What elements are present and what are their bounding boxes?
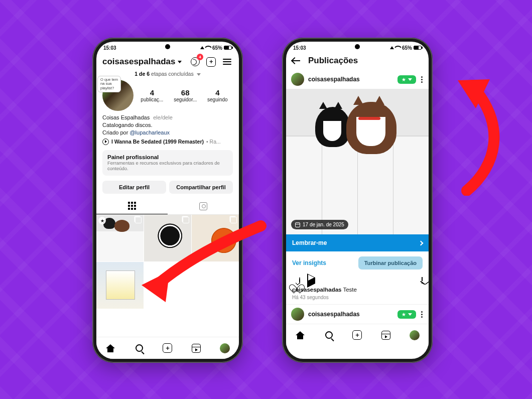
- creator-link[interactable]: @lupacharleaux: [129, 129, 170, 136]
- profile-avatar-small: [410, 330, 420, 340]
- remind-me-button[interactable]: Lembrar-me: [286, 234, 429, 251]
- carousel-icon: [230, 217, 237, 223]
- wifi-icon: [395, 45, 401, 51]
- battery-text: 65%: [402, 45, 412, 51]
- insights-row: Ver insights Turbinar publicação: [286, 251, 429, 275]
- music-meta: • Ra...: [206, 139, 221, 145]
- tagged-icon: [199, 202, 207, 210]
- bottom-nav: +: [286, 324, 429, 346]
- next-post-author-row: coisasespalhadas ★: [286, 304, 429, 324]
- chevron-down-icon: [178, 61, 182, 63]
- music-title: I Wanna Be Sedated (1999 Remaster): [111, 139, 204, 145]
- tab-grid[interactable]: [96, 198, 168, 214]
- nav-search[interactable]: [134, 343, 145, 354]
- save-button[interactable]: [422, 278, 423, 284]
- profile-stats-row: O que tem na sua playlist? 4publicaç... …: [96, 80, 239, 114]
- close-friends-button[interactable]: ★: [397, 75, 416, 84]
- nav-profile[interactable]: [409, 330, 420, 341]
- steps-label: etapas concluídas: [151, 71, 194, 77]
- reels-icon: [192, 344, 201, 353]
- stat-followers[interactable]: 68seguidor...: [174, 88, 197, 102]
- camera-notch: [355, 44, 360, 49]
- display-name: Coisas Espalhadas: [102, 114, 150, 120]
- profile-music[interactable]: I Wanna Be Sedated (1999 Remaster) • Ra.…: [96, 137, 239, 148]
- share-profile-button[interactable]: Compartilhar perfil: [169, 181, 233, 194]
- comment-button[interactable]: [299, 278, 300, 284]
- menu-button[interactable]: [221, 56, 233, 68]
- post-time: Há 43 segundos: [286, 294, 429, 304]
- stat-following[interactable]: 4seguindo: [207, 88, 228, 102]
- nav-home[interactable]: [295, 330, 306, 341]
- caption-text: Teste: [343, 287, 357, 293]
- story-note-bubble[interactable]: O que tem na sua playlist?: [97, 76, 121, 92]
- nav-profile[interactable]: [219, 343, 230, 354]
- close-friends-button[interactable]: ★: [397, 310, 416, 319]
- plus-icon: +: [206, 57, 216, 67]
- carousel-icon: [135, 217, 142, 223]
- chevron-right-icon: [419, 240, 424, 245]
- post-more-button[interactable]: [420, 76, 424, 83]
- avatar-small[interactable]: [291, 73, 304, 86]
- nav-home[interactable]: [105, 343, 116, 354]
- plus-icon: +: [163, 343, 172, 353]
- boost-button[interactable]: Turbinar publicação: [358, 256, 423, 270]
- post-more-button[interactable]: [420, 311, 424, 318]
- profile-tabs: [96, 198, 239, 215]
- post-thumb-3[interactable]: [192, 215, 239, 261]
- camera-notch: [165, 44, 170, 49]
- create-button[interactable]: +: [205, 56, 217, 68]
- page-title: Publicações: [308, 56, 358, 66]
- phone-profile: 15:03 65% coisasespalhadas 4 + 1 de 6 et…: [92, 38, 243, 363]
- search-icon: [136, 344, 143, 352]
- grid-icon: [128, 202, 136, 210]
- nav-create[interactable]: +: [352, 330, 363, 341]
- back-button[interactable]: [292, 57, 301, 64]
- created-by-label: Criado por: [102, 129, 129, 136]
- professional-panel[interactable]: Painel profissional Ferramentas e recurs…: [102, 150, 233, 176]
- threads-badge: 4: [197, 54, 203, 60]
- clock: 15:03: [103, 45, 116, 51]
- battery-icon: [224, 46, 232, 50]
- post-grid: ★: [96, 215, 239, 337]
- post: coisasespalhadas ★ 17 de jan. de 2025 Le…: [286, 70, 429, 324]
- avatar-small[interactable]: [291, 308, 304, 321]
- avatar[interactable]: O que tem na sua playlist?: [102, 80, 134, 111]
- panel-title: Painel profissional: [107, 154, 228, 160]
- username-dropdown[interactable]: coisasespalhadas: [102, 57, 182, 67]
- hamburger-icon: [223, 59, 231, 65]
- battery-text: 65%: [212, 45, 222, 51]
- share-button[interactable]: [307, 278, 315, 284]
- tab-tagged[interactable]: [168, 198, 239, 214]
- post-thumb-2[interactable]: [144, 215, 191, 261]
- nav-create[interactable]: +: [162, 343, 173, 354]
- battery-icon: [414, 46, 422, 50]
- calendar-icon: [295, 222, 300, 227]
- steps-done: 1 de 6: [135, 71, 150, 77]
- star-icon: ★: [402, 77, 406, 82]
- bookmark-icon: [422, 277, 423, 284]
- username-text: coisasespalhadas: [102, 57, 176, 67]
- stat-posts[interactable]: 4publicaç...: [141, 88, 163, 102]
- post-username[interactable]: coisasespalhadas: [308, 311, 393, 318]
- post-thumb-1[interactable]: ★: [96, 215, 144, 261]
- bio: Coisas Espalhadas ele/dele Catalogando d…: [96, 114, 239, 137]
- post-image[interactable]: 17 de jan. de 2025: [286, 89, 429, 234]
- nav-reels[interactable]: [191, 343, 202, 354]
- send-icon: [307, 274, 315, 288]
- signal-icon: [200, 46, 204, 49]
- remind-label: Lembrar-me: [292, 239, 327, 246]
- home-icon: [106, 344, 115, 352]
- bottom-nav: +: [96, 337, 239, 359]
- post-username[interactable]: coisasespalhadas: [308, 76, 393, 83]
- edit-profile-button[interactable]: Editar perfil: [102, 181, 166, 194]
- view-insights-link[interactable]: Ver insights: [292, 259, 326, 267]
- chevron-down-icon: [197, 73, 201, 76]
- star-icon: ★: [402, 312, 406, 317]
- post-thumb-4[interactable]: [96, 262, 144, 309]
- nav-reels[interactable]: [380, 330, 391, 341]
- threads-button[interactable]: 4: [190, 56, 201, 68]
- post-thumb-empty: [144, 262, 191, 309]
- nav-search[interactable]: [323, 330, 334, 341]
- play-icon: [102, 139, 109, 145]
- bio-line: Catalogando discos.: [102, 122, 153, 128]
